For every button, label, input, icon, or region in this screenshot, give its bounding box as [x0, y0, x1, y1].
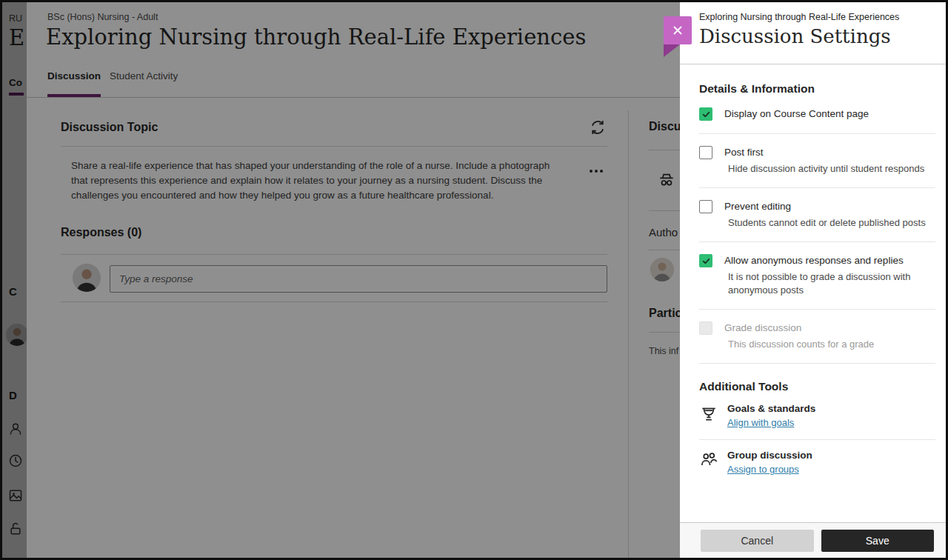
- align-with-goals-link[interactable]: Align with goals: [727, 417, 794, 428]
- tool-goals-standards: Goals & standards Align with goals: [699, 393, 935, 440]
- checkbox-post-first[interactable]: [699, 146, 712, 159]
- checkbox-allow-anonymous[interactable]: [699, 254, 712, 267]
- option-post-first: Post first Hide discussion activity unti…: [699, 134, 935, 188]
- option-description: This discussion counts for a grade: [728, 338, 935, 351]
- tool-group-discussion: Group discussion Assign to groups: [699, 440, 935, 486]
- checkbox-grade-discussion: [699, 321, 712, 335]
- checkbox-prevent-editing[interactable]: [699, 200, 712, 213]
- option-label: Grade discussion: [724, 321, 935, 336]
- save-button[interactable]: Save: [821, 530, 935, 552]
- group-icon: [699, 450, 718, 470]
- additional-tools-heading: Additional Tools: [699, 380, 935, 393]
- close-icon: [671, 24, 684, 37]
- option-description: Students cannot edit or delete published…: [728, 216, 935, 230]
- option-description: Hide discussion activity until student r…: [728, 162, 935, 176]
- details-information-heading: Details & Information: [699, 82, 935, 96]
- option-label: Prevent editing: [724, 199, 935, 214]
- app-window: RU E Co C D BSc (Hons) Nursing - Adult E…: [0, 0, 948, 560]
- close-button[interactable]: [664, 16, 692, 44]
- discussion-settings-panel: Exploring Nursing through Real-Life Expe…: [680, 2, 946, 558]
- panel-body: Details & Information Display on Course …: [680, 64, 946, 521]
- option-label: Post first: [724, 145, 935, 160]
- option-display-on-course-content: Display on Course Content page: [699, 96, 935, 134]
- panel-footer: Cancel Save: [680, 522, 946, 558]
- cancel-button[interactable]: Cancel: [701, 530, 814, 552]
- checkbox-display-on-course-content[interactable]: [699, 107, 712, 121]
- option-description: It is not possible to grade a discussion…: [728, 270, 935, 297]
- panel-header: Exploring Nursing through Real-Life Expe…: [680, 2, 946, 64]
- assign-to-groups-link[interactable]: Assign to groups: [727, 464, 799, 475]
- tool-name: Group discussion: [727, 449, 935, 462]
- option-grade-discussion: Grade discussion This discussion counts …: [699, 310, 935, 364]
- option-label: Allow anonymous responses and replies: [724, 253, 935, 268]
- panel-title: Discussion Settings: [699, 25, 934, 47]
- goals-icon: [699, 404, 718, 423]
- option-prevent-editing: Prevent editing Students cannot edit or …: [699, 188, 935, 242]
- option-allow-anonymous: Allow anonymous responses and replies It…: [699, 242, 935, 310]
- ribbon-fold: [664, 44, 680, 57]
- panel-context-title: Exploring Nursing through Real-Life Expe…: [699, 12, 934, 22]
- tool-name: Goals & standards: [727, 402, 935, 416]
- option-label: Display on Course Content page: [724, 107, 935, 121]
